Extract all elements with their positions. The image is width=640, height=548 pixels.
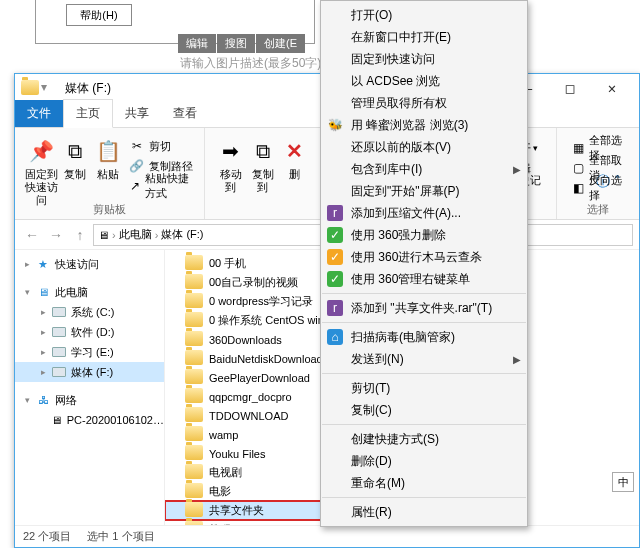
tab-create[interactable]: 创建(E [256, 34, 305, 53]
ctx-bee[interactable]: 🐝用 蜂蜜浏览器 浏览(3) [321, 114, 527, 136]
folder-icon [185, 483, 203, 500]
nav-drive-e[interactable]: ▸学习 (E:) [15, 342, 164, 362]
context-menu: 打开(O) 在新窗口中打开(E) 固定到快速访问 以 ACDSee 浏览 管理员… [320, 0, 528, 527]
ctx-360-trojan[interactable]: ✓使用 360进行木马云查杀 [321, 246, 527, 268]
folder-icon [185, 502, 203, 519]
selectall-icon: ▦ [571, 140, 585, 156]
tab-home[interactable]: 主页 [63, 99, 113, 128]
folder-icon [185, 293, 203, 310]
nav-drive-f[interactable]: ▸媒体 (F:) [15, 362, 164, 382]
maximize-button[interactable]: □ [549, 75, 591, 101]
copyto-icon: ⧉ [248, 136, 278, 166]
group-select-caption: 选择 [557, 202, 639, 217]
pin-icon: 📌 [27, 136, 57, 166]
file-label: 0 wordpress学习记录 [209, 294, 313, 309]
computer-icon: 🖥 [49, 413, 62, 427]
paste-shortcut-button[interactable]: ↗粘贴快捷方式 [129, 176, 194, 196]
status-bar: 22 个项目 选中 1 个项目 [15, 525, 639, 547]
copyto-button[interactable]: ⧉复制到 [247, 132, 279, 194]
ctx-pin-start[interactable]: 固定到"开始"屏幕(P) [321, 180, 527, 202]
paste-button[interactable]: 📋粘贴 [92, 132, 125, 207]
360-scan-icon: ✓ [327, 249, 343, 265]
360-menu-icon: ✓ [327, 271, 343, 287]
ctx-360-delete[interactable]: ✓使用 360强力删除 [321, 224, 527, 246]
file-label: 00 手机 [209, 256, 246, 271]
paste-icon: 📋 [93, 136, 123, 166]
path-icon: 🔗 [129, 158, 145, 174]
ctx-properties[interactable]: 属性(R) [321, 501, 527, 523]
nav-pcname[interactable]: 🖥PC-20200106102… [15, 410, 164, 430]
nav-quick[interactable]: ▸★快速访问 [15, 254, 164, 274]
pin-quick-button[interactable]: 📌固定到 快速访问 [25, 132, 58, 207]
ctx-admin[interactable]: 管理员取得所有权 [321, 92, 527, 114]
file-label: 00自己录制的视频 [209, 275, 298, 290]
delete-x-icon: ✕ [279, 136, 309, 166]
nav-drive-d[interactable]: ▸软件 (D:) [15, 322, 164, 342]
ctx-scan-virus[interactable]: ⌂扫描病毒(电脑管家) [321, 326, 527, 348]
ime-button[interactable]: 中 [612, 472, 634, 492]
selectinv-icon: ◧ [571, 180, 585, 196]
ctx-include-lib[interactable]: 包含到库中(I)▶ [321, 158, 527, 180]
drive-icon [51, 305, 67, 319]
close-button[interactable]: ✕ [591, 75, 633, 101]
folder-icon [185, 445, 203, 462]
ctx-add-rar[interactable]: r添加到压缩文件(A)... [321, 202, 527, 224]
folder-icon [185, 274, 203, 291]
file-label: GeePlayerDownload [209, 372, 310, 384]
ctx-pin-quick[interactable]: 固定到快速访问 [321, 48, 527, 70]
nav-drive-c[interactable]: ▸系统 (C:) [15, 302, 164, 322]
rar-icon: r [327, 300, 343, 316]
nav-back-button[interactable]: ← [21, 224, 43, 246]
folder-icon [185, 369, 203, 386]
chevron-right-icon: ▶ [513, 354, 521, 365]
cut-button[interactable]: ✂剪切 [129, 136, 194, 156]
rar-icon: r [327, 205, 343, 221]
nav-tree: ▸★快速访问 ▾🖥此电脑 ▸系统 (C:) ▸软件 (D:) ▸学习 (E:) … [15, 250, 165, 525]
folder-icon [185, 426, 203, 443]
folder-icon [185, 407, 203, 424]
ctx-copy[interactable]: 复制(C) [321, 399, 527, 421]
file-label: TDDOWNLOAD [209, 410, 288, 422]
ctx-sendto[interactable]: 发送到(N)▶ [321, 348, 527, 370]
qat-dropdown-icon[interactable]: ▾ [41, 80, 57, 96]
ctx-newwindow[interactable]: 在新窗口中打开(E) [321, 26, 527, 48]
ctx-cut[interactable]: 剪切(T) [321, 377, 527, 399]
tab-file[interactable]: 文件 [15, 100, 63, 127]
nav-up-button[interactable]: ↑ [69, 224, 91, 246]
ctx-acdsee[interactable]: 以 ACDSee 浏览 [321, 70, 527, 92]
folder-icon [185, 464, 203, 481]
ctx-delete[interactable]: 删除(D) [321, 450, 527, 472]
drive-icon [51, 365, 67, 379]
delete-button[interactable]: ✕删 [278, 132, 310, 194]
qat-icon[interactable] [21, 80, 37, 96]
nav-fwd-button[interactable]: → [45, 224, 67, 246]
tab-edit[interactable]: 编辑 [178, 34, 216, 53]
help-button[interactable]: 帮助(H) [66, 4, 132, 26]
ctx-shortcut[interactable]: 创建快捷方式(S) [321, 428, 527, 450]
tab-share[interactable]: 共享 [113, 100, 161, 127]
360-icon: ✓ [327, 227, 343, 243]
ctx-restore[interactable]: 还原以前的版本(V) [321, 136, 527, 158]
crumb-pc[interactable]: 此电脑 [119, 227, 152, 242]
copy-button[interactable]: ⧉复制 [58, 132, 91, 207]
folder-icon [185, 350, 203, 367]
tab-search[interactable]: 搜图 [217, 34, 255, 53]
moveto-button[interactable]: ➡移动到 [215, 132, 247, 194]
nav-thispc[interactable]: ▾🖥此电脑 [15, 282, 164, 302]
file-label: wamp [209, 429, 238, 441]
tab-view[interactable]: 查看 [161, 100, 209, 127]
ctx-addto-rar[interactable]: r添加到 "共享文件夹.rar"(T) [321, 297, 527, 319]
ctx-open[interactable]: 打开(O) [321, 4, 527, 26]
star-icon: ★ [35, 257, 51, 271]
status-count: 22 个项目 [23, 529, 71, 544]
nav-network[interactable]: ▾🖧网络 [15, 390, 164, 410]
selectnone-icon: ▢ [571, 160, 585, 176]
select-invert-button[interactable]: ◧反向选择 [571, 178, 629, 198]
scissors-icon: ✂ [129, 138, 145, 154]
pc-icon: 🖥 [35, 285, 51, 299]
ctx-360-menu[interactable]: ✓使用 360管理右键菜单 [321, 268, 527, 290]
ctx-rename[interactable]: 重命名(M) [321, 472, 527, 494]
shortcut-icon: ↗ [129, 178, 141, 194]
crumb-drive[interactable]: 媒体 (F:) [161, 227, 203, 242]
network-icon: 🖧 [35, 393, 51, 407]
